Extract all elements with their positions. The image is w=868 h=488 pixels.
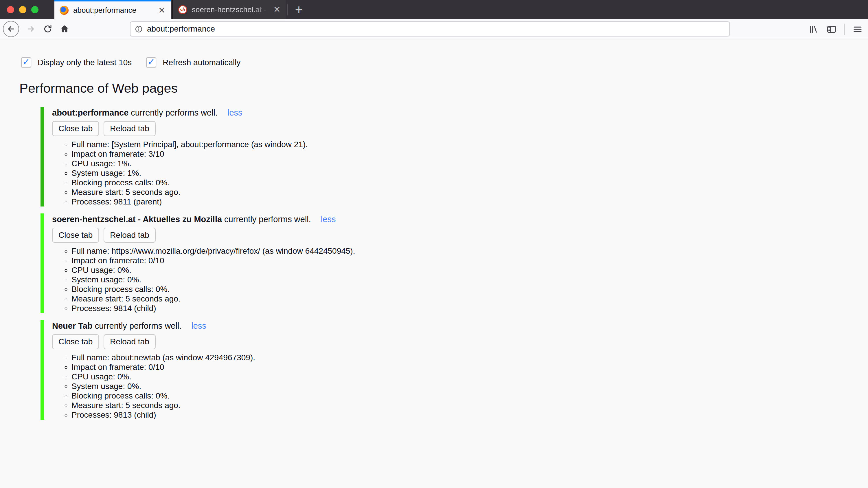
- perf-detail-item: CPU usage: 1%.: [71, 159, 308, 168]
- performance-indicator-bar: [40, 107, 44, 206]
- status-text: currently performs well.: [224, 214, 311, 224]
- minimize-window-button[interactable]: [19, 6, 26, 13]
- firefox-icon: [60, 6, 69, 15]
- perf-detail-list: Full name: about:newtab (as window 42949…: [52, 353, 255, 420]
- perf-detail-item: Blocking process calls: 0%.: [71, 284, 355, 294]
- window-controls: [7, 0, 38, 19]
- perf-detail-list: Full name: [System Principal], about:per…: [52, 140, 308, 206]
- url-input[interactable]: about:performance: [147, 24, 713, 34]
- toolbar-separator: [844, 24, 845, 35]
- perf-detail-list: Full name: https://www.mozilla.org/de/pr…: [52, 246, 355, 313]
- reload-tab-button[interactable]: Reload tab: [103, 334, 155, 349]
- check-icon: ✓: [148, 56, 155, 67]
- page-info-icon[interactable]: [134, 25, 143, 33]
- less-link[interactable]: less: [321, 214, 336, 224]
- close-tab-button[interactable]: Close tab: [52, 228, 99, 243]
- page-name: about:performance: [52, 108, 128, 117]
- perf-detail-item: Measure start: 5 seconds ago.: [71, 188, 308, 197]
- section-header: Neuer Tabcurrently performs well.less: [52, 321, 255, 331]
- perf-detail-item: Impact on framerate: 3/10: [71, 149, 308, 159]
- checkbox-label[interactable]: Display only the latest 10s: [38, 58, 132, 67]
- performance-sections: about:performancecurrently performs well…: [0, 107, 868, 420]
- tab-title: soeren-hentzschel.at - Aktuelle: [192, 5, 271, 14]
- back-icon: [6, 24, 16, 34]
- reload-button[interactable]: [43, 24, 53, 34]
- tab-about-performance[interactable]: about:performance ✕: [54, 0, 171, 19]
- page-name: Neuer Tab: [52, 321, 93, 331]
- forward-button: [26, 24, 36, 34]
- reload-tab-button[interactable]: Reload tab: [103, 228, 155, 243]
- display-options: ✓ Display only the latest 10s ✓ Refresh …: [21, 57, 868, 67]
- perf-detail-item: System usage: 0%.: [71, 275, 355, 284]
- section-actions: Close tab Reload tab: [52, 121, 308, 136]
- navigation-toolbar: about:performance: [0, 19, 868, 39]
- section-actions: Close tab Reload tab: [52, 334, 255, 349]
- performance-indicator-bar: [40, 320, 44, 420]
- about-performance-page: ✓ Display only the latest 10s ✓ Refresh …: [0, 39, 868, 420]
- reload-tab-button[interactable]: Reload tab: [103, 121, 155, 136]
- perf-detail-item: Processes: 9814 (child): [71, 304, 355, 313]
- checkbox-label[interactable]: Refresh automatically: [163, 58, 241, 67]
- menu-icon[interactable]: [852, 24, 863, 34]
- less-link[interactable]: less: [191, 321, 206, 331]
- close-tab-button[interactable]: Close tab: [52, 121, 99, 136]
- perf-section-soeren-hentzschel: soeren-hentzschel.at - Aktuelles zu Mozi…: [40, 213, 868, 313]
- url-bar[interactable]: about:performance: [130, 22, 730, 36]
- checkbox-refresh-auto[interactable]: ✓: [146, 57, 156, 67]
- forward-icon: [26, 24, 36, 34]
- close-window-button[interactable]: [7, 6, 14, 13]
- section-header: about:performancecurrently performs well…: [52, 108, 308, 118]
- tab-title: about:performance: [73, 6, 155, 15]
- performance-indicator-bar: [40, 213, 44, 313]
- tab-soeren-hentzschel[interactable]: sh soeren-hentzschel.at - Aktuelle ✕: [172, 0, 286, 19]
- tab-separator: [287, 4, 288, 16]
- status-text: currently performs well.: [131, 108, 218, 117]
- reload-icon: [43, 24, 53, 34]
- perf-detail-item: CPU usage: 0%.: [71, 372, 255, 381]
- perf-detail-item: Impact on framerate: 0/10: [71, 256, 355, 265]
- library-icon[interactable]: [808, 24, 819, 34]
- perf-section-about-performance: about:performancecurrently performs well…: [40, 107, 868, 206]
- section-header: soeren-hentzschel.at - Aktuelles zu Mozi…: [52, 214, 355, 225]
- toolbar-right: [808, 19, 863, 39]
- perf-detail-item: System usage: 1%.: [71, 168, 308, 178]
- perf-detail-item: Blocking process calls: 0%.: [71, 178, 308, 188]
- tab-bar: about:performance ✕ sh soeren-hentzschel…: [0, 0, 868, 19]
- perf-detail-item: CPU usage: 0%.: [71, 265, 355, 275]
- status-text: currently performs well.: [95, 321, 182, 331]
- perf-detail-item: Full name: [System Principal], about:per…: [71, 140, 308, 149]
- perf-detail-item: System usage: 0%.: [71, 381, 255, 391]
- close-tab-button[interactable]: Close tab: [52, 334, 99, 349]
- section-actions: Close tab Reload tab: [52, 228, 355, 243]
- nav-buttons: [0, 21, 69, 37]
- perf-detail-item: Measure start: 5 seconds ago.: [71, 294, 355, 304]
- check-icon: ✓: [23, 56, 30, 67]
- perf-detail-item: Measure start: 5 seconds ago.: [71, 401, 255, 410]
- perf-detail-item: Processes: 9813 (child): [71, 410, 255, 420]
- new-tab-button[interactable]: +: [290, 0, 308, 19]
- less-link[interactable]: less: [227, 108, 243, 117]
- close-tab-icon[interactable]: ✕: [158, 6, 165, 15]
- close-tab-icon[interactable]: ✕: [273, 5, 281, 14]
- sidebar-icon[interactable]: [826, 24, 837, 34]
- perf-detail-item: Blocking process calls: 0%.: [71, 391, 255, 401]
- home-icon: [60, 24, 69, 34]
- zoom-window-button[interactable]: [31, 6, 38, 13]
- perf-detail-item: Impact on framerate: 0/10: [71, 362, 255, 372]
- page-name: soeren-hentzschel.at - Aktuelles zu Mozi…: [52, 214, 222, 224]
- perf-detail-item: Full name: about:newtab (as window 42949…: [71, 353, 255, 362]
- back-button[interactable]: [3, 21, 19, 37]
- perf-detail-item: Processes: 9811 (parent): [71, 197, 308, 206]
- perf-section-neuer-tab: Neuer Tabcurrently performs well.less Cl…: [40, 320, 868, 420]
- page-title: Performance of Web pages: [20, 81, 868, 96]
- perf-detail-item: Full name: https://www.mozilla.org/de/pr…: [71, 246, 355, 256]
- sh-site-icon: sh: [178, 5, 187, 14]
- checkbox-display-latest[interactable]: ✓: [21, 57, 31, 67]
- home-button[interactable]: [60, 24, 69, 34]
